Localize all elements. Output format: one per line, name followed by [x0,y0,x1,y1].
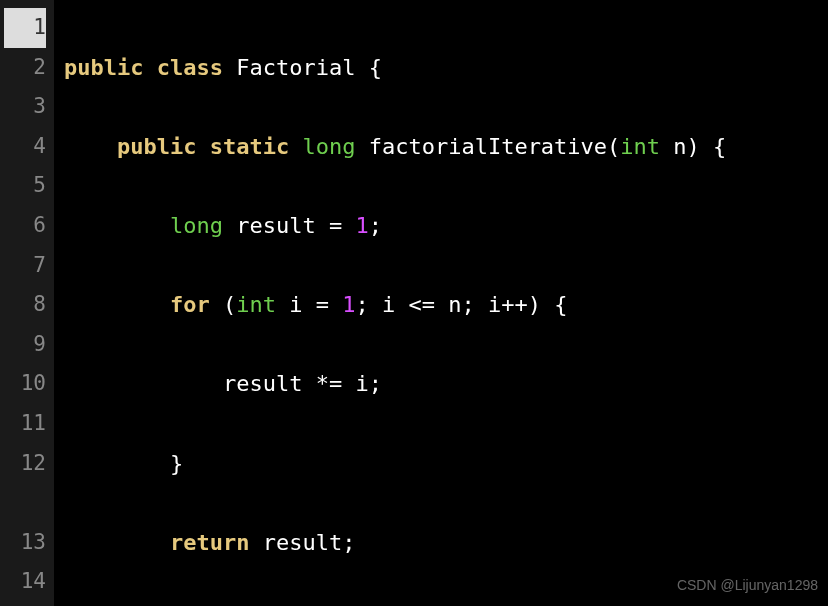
code-line: } [64,602,818,606]
type: long [302,134,355,159]
code-line: result *= i; [64,364,818,404]
watermark: CSDN @Lijunyan1298 [677,573,818,598]
line-number: 12 [4,444,46,523]
line-number-gutter: 1 2 3 4 5 6 7 8 9 10 11 12 13 14 [0,0,54,606]
keyword: return [170,530,249,555]
method-name: factorialIterative [369,134,607,159]
number-literal: 1 [342,292,355,317]
semi: ; [369,213,382,238]
code-line: public static long factorialIterative(in… [64,127,818,167]
code-line: long result = 1; [64,206,818,246]
line-number: 6 [4,206,46,246]
line-number: 10 [4,364,46,404]
type: long [170,213,223,238]
line-number: 5 [4,166,46,206]
code-line: for (int i = 1; i <= n; i++) { [64,285,818,325]
line-number: 4 [4,127,46,167]
op: = [329,213,342,238]
line-number: 3 [4,87,46,127]
paren: ) [687,134,700,159]
number-literal: 1 [355,213,368,238]
var: result [263,530,342,555]
code-line: } [64,444,818,484]
code-editor: 1 2 3 4 5 6 7 8 9 10 11 12 13 14 public … [0,0,828,606]
keyword: public [117,134,196,159]
paren: ( [607,134,620,159]
brace: { [369,55,382,80]
param: n [673,134,686,159]
code-line: public class Factorial { [64,48,818,88]
keyword: static [210,134,289,159]
line-number: 8 [4,285,46,325]
cond: ; i <= n; i++) [355,292,540,317]
class-name: Factorial [236,55,355,80]
paren: ( [223,292,236,317]
type: int [236,292,276,317]
keyword: public [64,55,143,80]
brace: } [170,451,183,476]
code-line: return result; [64,523,818,563]
line-number: 14 [4,562,46,602]
var: result [236,213,315,238]
init: i = [289,292,329,317]
line-number: 11 [4,404,46,444]
line-number: 13 [4,523,46,563]
stmt: result *= i; [223,371,382,396]
line-number: 2 [4,48,46,88]
type: int [620,134,660,159]
line-number: 9 [4,325,46,365]
semi: ; [342,530,355,555]
line-number: 1 [4,8,46,48]
code-area: public class Factorial { public static l… [54,0,828,606]
brace: { [554,292,567,317]
keyword: class [157,55,223,80]
brace: { [713,134,726,159]
keyword: for [170,292,210,317]
line-number: 7 [4,246,46,286]
